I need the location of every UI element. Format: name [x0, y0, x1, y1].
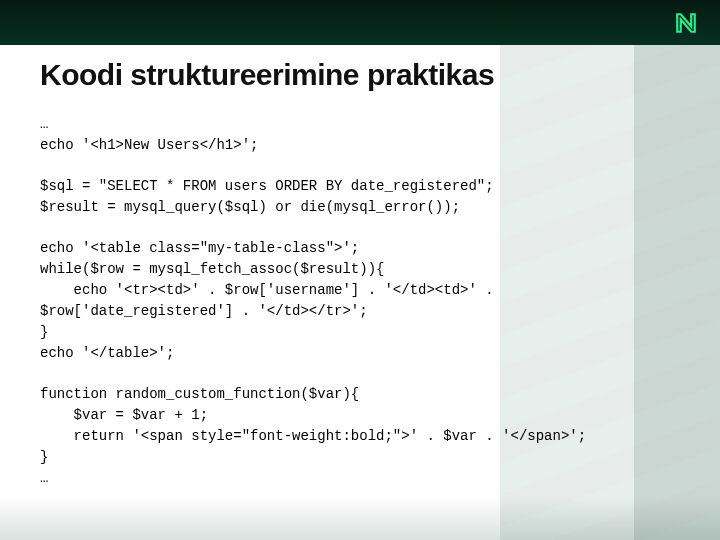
slide-content: Koodi struktureerimine praktikas … echo …	[40, 58, 680, 509]
logo-icon	[672, 9, 700, 37]
code-block-3: echo '<table class="my-table-class">'; w…	[40, 238, 680, 364]
code-block-2: $sql = "SELECT * FROM users ORDER BY dat…	[40, 176, 680, 218]
slide-title: Koodi struktureerimine praktikas	[40, 58, 680, 92]
code-block-4: function random_custom_function($var){ $…	[40, 384, 680, 489]
code-block-1: … echo '<h1>New Users</h1>';	[40, 114, 680, 156]
top-bar	[0, 0, 720, 45]
